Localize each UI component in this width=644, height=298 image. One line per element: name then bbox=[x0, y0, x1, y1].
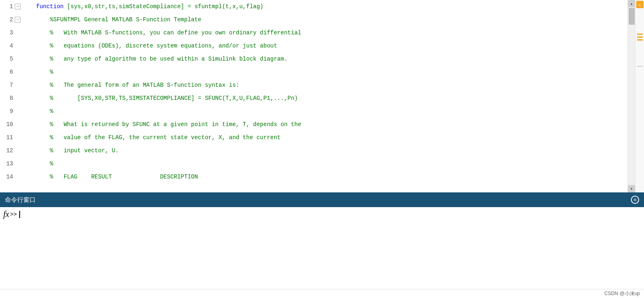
line-number-row-6: 6 bbox=[0, 65, 33, 79]
code-line-12: % input vector, U. bbox=[33, 144, 628, 157]
collapse-placeholder-10 bbox=[15, 122, 20, 127]
line-num-5: 5 bbox=[3, 56, 13, 62]
line-num-2: 2 bbox=[3, 16, 13, 23]
line-num-3: 3 bbox=[3, 29, 13, 36]
line-number-row-2: 2− bbox=[0, 13, 33, 26]
line-number-row-11: 11 bbox=[0, 131, 33, 144]
code-line-2: %SFUNTMPL General MATLAB S-Function Temp… bbox=[33, 13, 628, 26]
chevron-label: >> bbox=[10, 211, 17, 218]
collapse-placeholder-14 bbox=[15, 174, 20, 180]
line-number-row-13: 13 bbox=[0, 157, 33, 170]
collapse-button-2[interactable]: − bbox=[15, 17, 20, 23]
collapse-placeholder-13 bbox=[15, 161, 20, 167]
command-window-title: 命令行窗口 bbox=[5, 196, 36, 204]
code-text: %SFUNTMPL General MATLAB S-Function Temp… bbox=[36, 16, 201, 23]
command-cursor bbox=[19, 211, 20, 218]
scroll-up-button[interactable]: ▲ bbox=[628, 0, 635, 7]
code-text: function bbox=[36, 3, 64, 10]
line-num-14: 14 bbox=[3, 174, 13, 180]
ruler-mark-3 bbox=[637, 39, 643, 41]
code-text: % input vector, U. bbox=[36, 147, 119, 154]
line-num-9: 9 bbox=[3, 108, 13, 115]
code-line-13: % bbox=[33, 157, 628, 170]
code-line-1: function [sys,x0,str,ts,simStateComplian… bbox=[33, 0, 628, 13]
code-text: % bbox=[36, 108, 53, 115]
ruler-mark-4 bbox=[637, 66, 643, 67]
code-container: 1−2−34567891011121314 function [sys,x0,s… bbox=[0, 0, 628, 192]
code-line-4: % equations (ODEs), discrete system equa… bbox=[33, 39, 628, 52]
code-text: % The general form of an MATLAB S-functi… bbox=[36, 82, 239, 88]
line-number-row-1: 1− bbox=[0, 0, 33, 13]
code-text: % [SYS,X0,STR,TS,SIMSTATECOMPLIANCE] = S… bbox=[36, 95, 298, 102]
vertical-scrollbar[interactable]: ▲ ▼ bbox=[628, 0, 635, 192]
command-window-icon-symbol: ⊙ bbox=[633, 197, 636, 203]
collapse-placeholder-4 bbox=[15, 43, 20, 49]
line-numbers: 1−2−34567891011121314 bbox=[0, 0, 33, 192]
code-line-8: % [SYS,X0,STR,TS,SIMSTATECOMPLIANCE] = S… bbox=[33, 92, 628, 105]
code-text: % What is returned by SFUNC at a given p… bbox=[36, 121, 301, 128]
ruler-mark-1 bbox=[637, 34, 643, 35]
code-lines: function [sys,x0,str,ts,simStateComplian… bbox=[33, 0, 628, 192]
command-window-header: 命令行窗口 ⊙ bbox=[0, 192, 644, 207]
editor-area: 1−2−34567891011121314 function [sys,x0,s… bbox=[0, 0, 644, 192]
code-line-10: % What is returned by SFUNC at a given p… bbox=[33, 118, 628, 131]
code-line-6: % bbox=[33, 65, 628, 79]
fx-label: fx bbox=[3, 210, 9, 219]
collapse-placeholder-3 bbox=[15, 30, 20, 36]
line-number-row-5: 5 bbox=[0, 52, 33, 65]
line-number-row-8: 8 bbox=[0, 92, 33, 105]
line-number-row-10: 10 bbox=[0, 118, 33, 131]
code-text: % bbox=[36, 69, 53, 75]
code-line-3: % With MATLAB S-functions, you can defin… bbox=[33, 26, 628, 39]
line-num-4: 4 bbox=[3, 43, 13, 49]
scroll-down-button[interactable]: ▼ bbox=[628, 185, 635, 192]
line-number-row-12: 12 bbox=[0, 144, 33, 157]
line-number-row-9: 9 bbox=[0, 105, 33, 118]
line-num-7: 7 bbox=[3, 82, 13, 88]
line-number-row-7: 7 bbox=[0, 79, 33, 92]
command-input-area[interactable]: fx >> bbox=[0, 207, 644, 289]
csdn-attribution: CSDN @小涞up bbox=[604, 290, 640, 297]
line-num-11: 11 bbox=[3, 134, 13, 141]
scroll-thumb[interactable] bbox=[629, 8, 635, 25]
code-text: % With MATLAB S-functions, you can defin… bbox=[36, 29, 301, 36]
collapse-placeholder-12 bbox=[15, 148, 20, 154]
line-number-row-14: 14 bbox=[0, 170, 33, 183]
collapse-placeholder-11 bbox=[15, 135, 20, 140]
code-line-11: % value of the FLAG, the current state v… bbox=[33, 131, 628, 144]
line-number-row-3: 3 bbox=[0, 26, 33, 39]
command-prompt-row: fx >> bbox=[0, 207, 644, 221]
command-body[interactable] bbox=[0, 221, 644, 289]
code-text: % any type of algorithm to be used withi… bbox=[36, 56, 287, 62]
code-line-14: % FLAG RESULT DESCRIPTION bbox=[33, 170, 628, 183]
collapse-placeholder-5 bbox=[15, 56, 20, 62]
collapse-button-1[interactable]: − bbox=[15, 4, 20, 9]
bottom-bar: CSDN @小涞up bbox=[0, 289, 644, 298]
line-num-12: 12 bbox=[3, 147, 13, 154]
code-line-7: % The general form of an MATLAB S-functi… bbox=[33, 79, 628, 92]
code-line-5: % any type of algorithm to be used withi… bbox=[33, 52, 628, 65]
ruler-mark-2 bbox=[637, 36, 643, 38]
overview-ruler bbox=[635, 17, 644, 68]
code-text: % FLAG RESULT DESCRIPTION bbox=[36, 174, 198, 180]
code-text: % equations (ODEs), discrete system equa… bbox=[36, 43, 277, 49]
right-indicators: ⚠ bbox=[635, 0, 644, 192]
code-line-9: % bbox=[33, 105, 628, 118]
line-num-1: 1 bbox=[3, 3, 13, 10]
collapse-placeholder-7 bbox=[15, 82, 20, 88]
command-window-icon: ⊙ bbox=[631, 196, 639, 204]
collapse-placeholder-9 bbox=[15, 108, 20, 114]
line-num-6: 6 bbox=[3, 69, 13, 75]
line-number-row-4: 4 bbox=[0, 39, 33, 52]
collapse-placeholder-8 bbox=[15, 95, 20, 101]
code-text: [sys,x0,str,ts,simStateCompliance] = sfu… bbox=[64, 3, 263, 10]
collapse-placeholder-6 bbox=[15, 69, 20, 75]
code-text: % value of the FLAG, the current state v… bbox=[36, 134, 281, 141]
line-num-10: 10 bbox=[3, 121, 13, 128]
code-text: % bbox=[36, 160, 53, 167]
warning-icon: ⚠ bbox=[636, 1, 644, 8]
line-num-13: 13 bbox=[3, 160, 13, 167]
line-num-8: 8 bbox=[3, 95, 13, 102]
